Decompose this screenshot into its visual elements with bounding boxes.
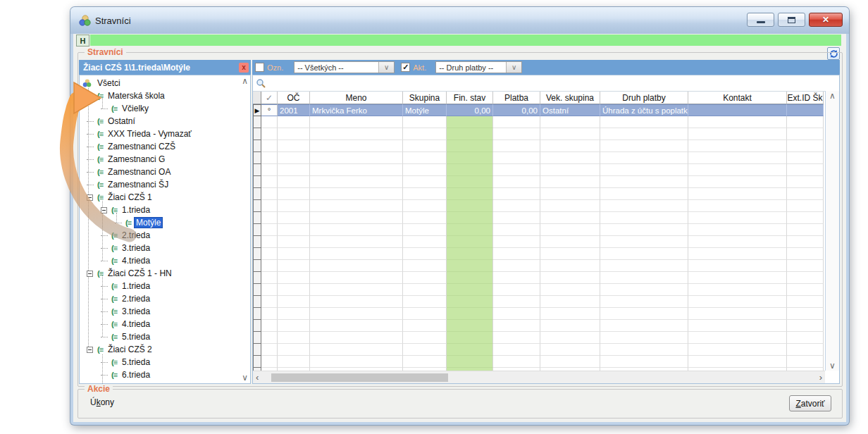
- grid-empty-row[interactable]: [253, 152, 825, 164]
- grid-cell[interactable]: [787, 104, 824, 116]
- column-header[interactable]: Meno: [310, 92, 403, 104]
- column-header[interactable]: Skupina: [403, 92, 447, 104]
- tree-item[interactable]: (≡5.trieda: [80, 356, 250, 368]
- column-header[interactable]: Druh platby: [600, 92, 688, 104]
- scroll-right-icon[interactable]: ›: [819, 372, 822, 383]
- h-button[interactable]: H: [76, 35, 89, 46]
- chevron-down-icon[interactable]: ∨: [378, 62, 394, 73]
- search-input[interactable]: [270, 76, 838, 90]
- tree-item[interactable]: (≡Zamestnanci G: [80, 153, 250, 166]
- grid-empty-cell: [253, 248, 261, 260]
- grid-empty-row[interactable]: [253, 212, 825, 224]
- grid-row-selected[interactable]: ▶°2001Mrkvička FerkoMotýle0,000,00Ostatn…: [253, 104, 825, 116]
- grid-empty-row[interactable]: [253, 200, 825, 212]
- tree-item[interactable]: (≡Zamestnanci CZŠ: [80, 140, 250, 153]
- tree-scroll-up[interactable]: ∧: [242, 77, 248, 85]
- grid-empty-cell: [278, 320, 310, 332]
- grid-cell[interactable]: Ostatní: [540, 104, 600, 116]
- grid-body[interactable]: ✓OČMenoSkupinaFin. stavPlatbaVek. skupin…: [253, 91, 825, 372]
- grid-cell[interactable]: Úhrada z účtu s poplatko: [600, 104, 688, 116]
- tree-item[interactable]: (≡XXX Trieda - Vymazať: [80, 128, 250, 140]
- tree-item[interactable]: (≡Včielky: [80, 102, 250, 115]
- tree-item[interactable]: (≡3.trieda: [80, 305, 250, 318]
- grid-empty-row[interactable]: [253, 284, 825, 296]
- grid-cell[interactable]: 2001: [278, 104, 310, 116]
- tree-item[interactable]: (≡1.trieda: [80, 204, 250, 216]
- close-button[interactable]: ✕: [809, 13, 843, 27]
- group-filter-select[interactable]: -- Všetkých -- ∨: [294, 61, 395, 73]
- tree-item[interactable]: (≡5.trieda: [80, 330, 250, 343]
- tree-scroll-down[interactable]: ∨: [242, 373, 248, 382]
- tree-item[interactable]: (≡Zamestnanci OA: [80, 166, 250, 178]
- column-header[interactable]: Vek. skupina: [540, 92, 600, 104]
- tree-item[interactable]: (≡Ostatní: [80, 115, 250, 128]
- grid-empty-row[interactable]: [253, 164, 825, 176]
- tree-item[interactable]: (≡3.trieda: [80, 242, 250, 254]
- chevron-down-icon[interactable]: ∨: [506, 62, 521, 73]
- tree-panel[interactable]: Všetci(≡Materská škola(≡Včielky(≡Ostatní…: [79, 75, 251, 384]
- column-header[interactable]: Kontakt: [688, 92, 787, 104]
- tree-item[interactable]: (≡4.trieda: [80, 318, 250, 330]
- ozn-checkbox[interactable]: [255, 63, 264, 72]
- ukony-menu[interactable]: Úkony: [90, 397, 114, 407]
- grid-cell[interactable]: [688, 104, 787, 116]
- tree-item[interactable]: (≡Žiaci CZŠ 1 - HN: [80, 267, 250, 280]
- maximize-button[interactable]: [778, 13, 805, 27]
- tree-item[interactable]: (≡4.trieda: [80, 254, 250, 267]
- tree-item[interactable]: Všetci: [80, 77, 250, 89]
- tree-item[interactable]: (≡Motýle: [80, 216, 250, 229]
- expand-toggle[interactable]: [87, 271, 93, 277]
- grid-empty-row[interactable]: [253, 344, 825, 356]
- titlebar[interactable]: Stravníci ✕: [70, 7, 849, 34]
- grid-empty-row[interactable]: [253, 236, 825, 248]
- akt-checkbox[interactable]: ✓: [401, 63, 410, 72]
- tree-item[interactable]: (≡2.trieda: [80, 229, 250, 242]
- column-header[interactable]: Platba: [493, 92, 540, 104]
- grid-empty-row[interactable]: [253, 140, 825, 152]
- grid-empty-row[interactable]: [253, 260, 825, 272]
- grid-empty-row[interactable]: [253, 308, 825, 320]
- grid-empty-row[interactable]: [253, 272, 825, 284]
- column-header[interactable]: OČ: [278, 92, 310, 104]
- zatvorit-button[interactable]: Zatvoriť: [789, 395, 831, 411]
- column-header[interactable]: Fin. stav: [447, 92, 493, 104]
- tree-item[interactable]: (≡2.trieda: [80, 292, 250, 305]
- grid-empty-row[interactable]: [253, 296, 825, 308]
- tree-item[interactable]: (≡6.trieda: [80, 368, 250, 381]
- expand-toggle[interactable]: [101, 207, 107, 213]
- expand-toggle[interactable]: [87, 347, 93, 353]
- grid-horizontal-scrollbar[interactable]: ‹ ›: [253, 371, 825, 383]
- expand-toggle[interactable]: [87, 194, 93, 201]
- tree-item[interactable]: (≡Zamestnanci ŠJ: [80, 178, 250, 191]
- tree-item[interactable]: (≡Žiaci CZŠ 1: [80, 191, 250, 204]
- grid-empty-row[interactable]: [253, 116, 825, 128]
- grid-empty-row[interactable]: [253, 188, 825, 200]
- grid-empty-row[interactable]: [253, 332, 825, 344]
- tree-item[interactable]: (≡1.trieda: [80, 280, 250, 292]
- grid-empty-cell: [787, 212, 824, 224]
- grid-empty-row[interactable]: [253, 224, 825, 236]
- grid-empty-row[interactable]: [253, 176, 825, 188]
- grid-empty-row[interactable]: [253, 248, 825, 260]
- scroll-down-icon[interactable]: ∨: [829, 361, 836, 371]
- panel-close-button[interactable]: x: [239, 63, 249, 73]
- tree-item[interactable]: (≡Žiaci CZŠ 2: [80, 343, 250, 356]
- grid-cell[interactable]: Mrkvička Ferko: [310, 104, 403, 116]
- column-header[interactable]: Ext.ID Šk: [787, 92, 824, 104]
- scrollbar-thumb[interactable]: [271, 373, 448, 382]
- grid-vertical-scrollbar[interactable]: ∧ ∨: [825, 91, 839, 371]
- grid-empty-row[interactable]: [253, 320, 825, 332]
- grid-cell[interactable]: Motýle: [403, 104, 447, 116]
- payment-filter-select[interactable]: -- Druh platby -- ∨: [435, 61, 522, 73]
- tree-item[interactable]: (≡Materská škola: [80, 89, 250, 102]
- minimize-button[interactable]: [747, 13, 774, 27]
- grid-empty-row[interactable]: [253, 356, 825, 368]
- grid-cell[interactable]: 0,00: [493, 104, 540, 116]
- column-header[interactable]: [253, 92, 261, 104]
- grid-empty-row[interactable]: [253, 128, 825, 140]
- scroll-up-icon[interactable]: ∧: [829, 91, 836, 101]
- column-header[interactable]: ✓: [261, 92, 278, 104]
- scroll-left-icon[interactable]: ‹: [256, 372, 259, 383]
- group-icon: (≡: [97, 180, 103, 189]
- grid-cell[interactable]: 0,00: [447, 104, 493, 116]
